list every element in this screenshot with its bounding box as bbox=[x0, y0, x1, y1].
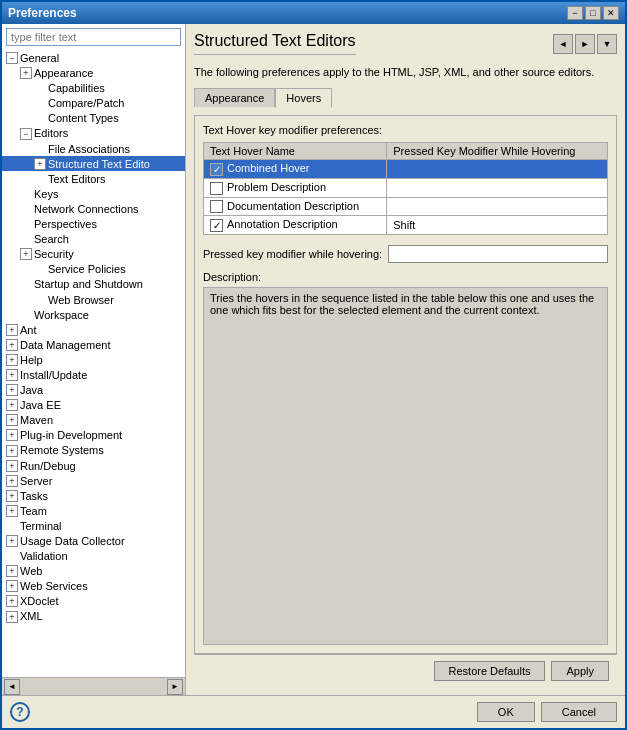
tree-label-search: Search bbox=[34, 233, 69, 245]
tree-item-java[interactable]: +Java bbox=[2, 382, 185, 397]
tree-item-ant[interactable]: +Ant bbox=[2, 322, 185, 337]
tree-item-data-mgmt[interactable]: +Data Management bbox=[2, 337, 185, 352]
expand-icon-help[interactable]: + bbox=[6, 354, 18, 366]
expand-icon-team[interactable]: + bbox=[6, 505, 18, 517]
tree-item-usage-data[interactable]: +Usage Data Collector bbox=[2, 533, 185, 548]
expand-icon-java[interactable]: + bbox=[6, 384, 18, 396]
ok-button[interactable]: OK bbox=[477, 702, 535, 722]
tree-item-content-types[interactable]: Content Types bbox=[2, 110, 185, 125]
tree-item-terminal[interactable]: Terminal bbox=[2, 518, 185, 533]
tree-item-service-policies[interactable]: Service Policies bbox=[2, 261, 185, 276]
hover-cell-modifier-annotation: Shift bbox=[387, 216, 608, 235]
menu-button[interactable]: ▼ bbox=[597, 34, 617, 54]
pressed-key-row: Pressed key modifier while hovering: bbox=[203, 245, 608, 263]
tree-label-plugin-dev: Plug-in Development bbox=[20, 429, 122, 441]
tree-item-remote-systems[interactable]: +Remote Systems bbox=[2, 442, 185, 457]
tree-label-team: Team bbox=[20, 505, 47, 517]
tree-item-team[interactable]: +Team bbox=[2, 503, 185, 518]
expand-icon-remote-systems[interactable]: + bbox=[6, 445, 18, 457]
tree-item-keys[interactable]: Keys bbox=[2, 186, 185, 201]
checkbox-problem[interactable] bbox=[210, 182, 223, 195]
tree-item-security[interactable]: +Security bbox=[2, 246, 185, 261]
expand-icon-xml[interactable]: + bbox=[6, 611, 18, 623]
maximize-button[interactable]: □ bbox=[585, 6, 601, 20]
tree-item-file-assoc[interactable]: File Associations bbox=[2, 141, 185, 156]
hover-row-annotation[interactable]: Annotation DescriptionShift bbox=[204, 216, 608, 235]
pressed-key-input[interactable] bbox=[388, 245, 608, 263]
hover-row-problem[interactable]: Problem Description bbox=[204, 178, 608, 197]
tree-item-text-editors[interactable]: Text Editors bbox=[2, 171, 185, 186]
checkbox-combined[interactable] bbox=[210, 163, 223, 176]
tree-item-maven[interactable]: +Maven bbox=[2, 412, 185, 427]
tree-item-appearance[interactable]: +Appearance bbox=[2, 65, 185, 80]
tree-item-network-conn[interactable]: Network Connections bbox=[2, 201, 185, 216]
expand-icon-editors[interactable]: − bbox=[20, 128, 32, 140]
tree-item-xdoclet[interactable]: +XDoclet bbox=[2, 593, 185, 608]
help-icon[interactable]: ? bbox=[10, 702, 30, 722]
tree-item-struct-text[interactable]: +Structured Text Edito bbox=[2, 156, 185, 171]
tree-item-web[interactable]: +Web bbox=[2, 563, 185, 578]
tree-item-editors[interactable]: −Editors bbox=[2, 125, 185, 140]
tree-label-xml: XML bbox=[20, 611, 43, 623]
expand-icon-plugin-dev[interactable]: + bbox=[6, 429, 18, 441]
tree-item-plugin-dev[interactable]: +Plug-in Development bbox=[2, 427, 185, 442]
tab-hovers[interactable]: Hovers bbox=[275, 88, 332, 108]
tree-item-tasks[interactable]: +Tasks bbox=[2, 488, 185, 503]
hover-row-combined[interactable]: Combined Hover bbox=[204, 160, 608, 179]
expand-icon-usage-data[interactable]: + bbox=[6, 535, 18, 547]
back-button[interactable]: ◄ bbox=[553, 34, 573, 54]
expand-icon-java-ee[interactable]: + bbox=[6, 399, 18, 411]
tree-item-startup-shutdown[interactable]: Startup and Shutdown bbox=[2, 276, 185, 291]
expand-icon-run-debug[interactable]: + bbox=[6, 460, 18, 472]
checkbox-annotation[interactable] bbox=[210, 219, 223, 232]
tree-item-general[interactable]: −General bbox=[2, 50, 185, 65]
expand-icon-web[interactable]: + bbox=[6, 565, 18, 577]
scroll-right-arrow[interactable]: ► bbox=[167, 679, 183, 695]
tree-item-capabilities[interactable]: Capabilities bbox=[2, 80, 185, 95]
forward-button[interactable]: ► bbox=[575, 34, 595, 54]
scroll-left-arrow[interactable]: ◄ bbox=[4, 679, 20, 695]
tree-item-java-ee[interactable]: +Java EE bbox=[2, 397, 185, 412]
filter-input[interactable] bbox=[6, 28, 181, 46]
tree-label-appearance: Appearance bbox=[34, 67, 93, 79]
pane-area: −General+AppearanceCapabilitiesCompare/P… bbox=[2, 24, 625, 695]
tree-item-validation[interactable]: Validation bbox=[2, 548, 185, 563]
title-bar-buttons: − □ ✕ bbox=[567, 6, 619, 20]
expand-icon-appearance[interactable]: + bbox=[20, 67, 32, 79]
tree-item-compare-patch[interactable]: Compare/Patch bbox=[2, 95, 185, 110]
tree-item-help[interactable]: +Help bbox=[2, 352, 185, 367]
description-box: Tries the hovers in the sequence listed … bbox=[203, 287, 608, 645]
tree-item-run-debug[interactable]: +Run/Debug bbox=[2, 458, 185, 473]
tree-item-workspace[interactable]: Workspace bbox=[2, 307, 185, 322]
tabs-bar: Appearance Hovers bbox=[194, 88, 617, 107]
tree-item-web-services[interactable]: +Web Services bbox=[2, 578, 185, 593]
expand-icon-struct-text[interactable]: + bbox=[34, 158, 46, 170]
expand-icon-data-mgmt[interactable]: + bbox=[6, 339, 18, 351]
expand-icon-maven[interactable]: + bbox=[6, 414, 18, 426]
tree-item-search[interactable]: Search bbox=[2, 231, 185, 246]
tree-label-help: Help bbox=[20, 354, 43, 366]
close-button[interactable]: ✕ bbox=[603, 6, 619, 20]
tree-label-startup-shutdown: Startup and Shutdown bbox=[34, 279, 143, 291]
expand-icon-general[interactable]: − bbox=[6, 52, 18, 64]
tree-item-web-browser[interactable]: Web Browser bbox=[2, 292, 185, 307]
hover-row-documentation[interactable]: Documentation Description bbox=[204, 197, 608, 216]
tree-item-install-update[interactable]: +Install/Update bbox=[2, 367, 185, 382]
tree-item-server[interactable]: +Server bbox=[2, 473, 185, 488]
expand-icon-security[interactable]: + bbox=[20, 248, 32, 260]
tree-item-perspectives[interactable]: Perspectives bbox=[2, 216, 185, 231]
cancel-button[interactable]: Cancel bbox=[541, 702, 617, 722]
apply-button[interactable]: Apply bbox=[551, 661, 609, 681]
expand-icon-tasks[interactable]: + bbox=[6, 490, 18, 502]
hover-cell-name-annotation: Annotation Description bbox=[204, 216, 387, 235]
checkbox-documentation[interactable] bbox=[210, 200, 223, 213]
tree-item-xml[interactable]: +XML bbox=[2, 608, 185, 623]
minimize-button[interactable]: − bbox=[567, 6, 583, 20]
expand-icon-server[interactable]: + bbox=[6, 475, 18, 487]
expand-icon-ant[interactable]: + bbox=[6, 324, 18, 336]
expand-icon-install-update[interactable]: + bbox=[6, 369, 18, 381]
tab-appearance[interactable]: Appearance bbox=[194, 88, 275, 107]
restore-defaults-button[interactable]: Restore Defaults bbox=[434, 661, 546, 681]
expand-icon-web-services[interactable]: + bbox=[6, 580, 18, 592]
expand-icon-xdoclet[interactable]: + bbox=[6, 595, 18, 607]
